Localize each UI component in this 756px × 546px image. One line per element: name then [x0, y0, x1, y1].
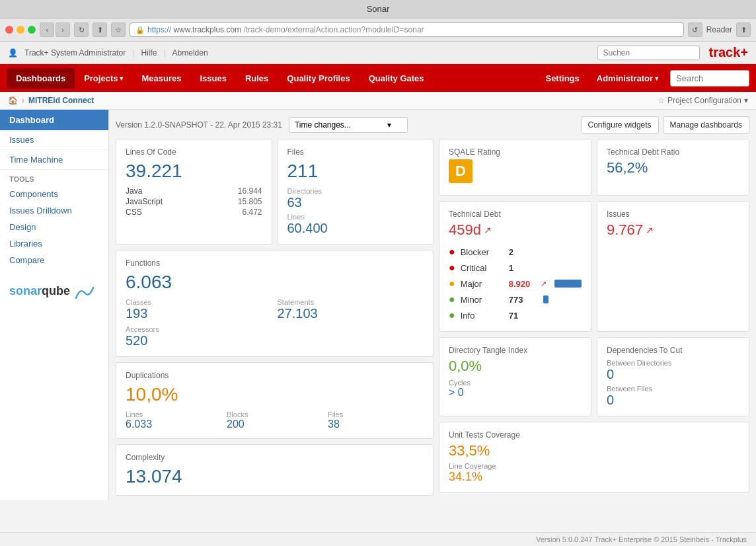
dup-lines-label: Lines	[126, 410, 221, 418]
main-content: Version 1.2.0-SNAPSHOT - 22. Apr 2015 23…	[109, 110, 756, 500]
forward-button[interactable]: ›	[56, 22, 70, 37]
complexity-label: Complexity	[126, 453, 424, 462]
dep-between-files: Between Files 0	[607, 385, 739, 408]
sidebar-dashboard[interactable]: Dashboard	[0, 110, 108, 130]
complexity-card: Complexity 13.074	[116, 444, 434, 496]
breadcrumb-home-icon[interactable]: 🏠	[8, 96, 18, 105]
sqale-grade[interactable]: D	[449, 159, 472, 183]
nav-quality-gates[interactable]: Quality Gates	[359, 68, 434, 89]
files-value[interactable]: 211	[287, 161, 424, 182]
classes-value[interactable]: 193	[126, 306, 272, 321]
nav-buttons: ‹ ›	[40, 22, 70, 37]
top-bar: 👤 Track+ System Administrator | Hilfe | …	[0, 42, 756, 64]
issues-value[interactable]: 9.767	[607, 221, 643, 239]
project-config-link[interactable]: ☆ Project Configuration ▾	[658, 96, 748, 105]
directories-value[interactable]: 63	[287, 195, 424, 210]
loc-value[interactable]: 39.221	[126, 161, 262, 182]
abmelden-link[interactable]: Abmelden	[172, 48, 208, 58]
tech-debt-ratio-label: Technical Debt Ratio	[607, 147, 739, 157]
share-button[interactable]: ⬆	[93, 22, 107, 37]
sidebar-design[interactable]: Design	[0, 219, 108, 235]
projects-dropdown-arrow: ▾	[120, 75, 123, 82]
address-bar[interactable]: 🔒 https:// www.trackplus.com /track-demo…	[130, 22, 684, 37]
sidebar-libraries[interactable]: Libraries	[0, 235, 108, 252]
nav-settings[interactable]: Settings	[540, 71, 584, 86]
bookmark-button[interactable]: ☆	[111, 22, 126, 37]
version-area: Version 1.2.0-SNAPSHOT - 22. Apr 2015 23…	[116, 117, 408, 133]
tangle-value[interactable]: 0,0%	[449, 358, 582, 375]
breadcrumb-project[interactable]: MITREid Connect	[28, 96, 94, 105]
dep-files-value[interactable]: 0	[607, 393, 739, 408]
critical-label: Critical	[461, 263, 504, 273]
back-button[interactable]: ‹	[40, 22, 54, 37]
dup-blocks-value[interactable]: 200	[227, 418, 322, 430]
sidebar-compare[interactable]: Compare	[0, 252, 108, 268]
suchen-input[interactable]	[597, 46, 700, 60]
statements-sub: Statements 27.103	[278, 298, 424, 321]
unit-tests-label: Unit Tests Coverage	[449, 430, 739, 440]
dup-lines-value[interactable]: 6.033	[126, 418, 221, 430]
statements-value[interactable]: 27.103	[278, 306, 424, 321]
sidebar-components[interactable]: Components	[0, 186, 108, 202]
lines-of-code-card: Lines Of Code 39.221 Java 16.944 JavaScr…	[116, 139, 272, 245]
share2-button[interactable]: ⬆	[736, 22, 751, 37]
sidebar-issues-drilldown[interactable]: Issues Drilldown	[0, 202, 108, 219]
nav-dashboards[interactable]: Dashboards	[7, 68, 75, 89]
nav-issues[interactable]: Issues	[190, 68, 235, 89]
unit-tests-value[interactable]: 33,5%	[449, 442, 739, 459]
info-count[interactable]: 71	[509, 311, 529, 321]
sidebar-item-time-machine[interactable]: Time Machine	[0, 150, 108, 170]
blocker-label: Blocker	[461, 247, 504, 257]
loc-label: Lines Of Code	[126, 147, 262, 157]
duplications-value[interactable]: 10,0%	[126, 384, 424, 405]
dep-dirs-value[interactable]: 0	[607, 367, 739, 382]
manage-dashboards-button[interactable]: Manage dashboards	[663, 116, 749, 134]
tangle-card: Directory Tangle Index 0,0% Cycles > 0	[439, 337, 591, 416]
nav-administrator[interactable]: Administrator ▾	[591, 71, 663, 86]
accessors-value[interactable]: 520	[126, 333, 424, 348]
nav-projects[interactable]: Projects ▾	[75, 68, 132, 89]
issues-label: Issues	[607, 210, 739, 219]
nav-right: Settings Administrator ▾	[540, 70, 749, 87]
dup-blocks-sub: Blocks 200	[227, 410, 322, 430]
nav-quality-profiles[interactable]: Quality Profiles	[278, 68, 359, 89]
cycles-value[interactable]: > 0	[449, 387, 582, 399]
major-bar	[554, 280, 582, 288]
tech-debt-value[interactable]: 459d	[449, 221, 481, 239]
maximize-button[interactable]	[28, 26, 36, 34]
dup-files-value[interactable]: 38	[328, 418, 424, 430]
sqale-grade-area: D	[449, 159, 582, 184]
critical-count[interactable]: 1	[509, 263, 529, 273]
lines-label: Lines	[287, 213, 424, 221]
tech-debt-ratio-value[interactable]: 56,2%	[607, 159, 739, 176]
nav-search-input[interactable]	[670, 70, 749, 87]
navbar: Dashboards Projects ▾ Measures Issues Ru…	[0, 64, 756, 92]
configure-widgets-button[interactable]: Configure widgets	[581, 116, 659, 134]
lines-value[interactable]: 60.400	[287, 221, 424, 236]
blocker-count[interactable]: 2	[509, 247, 529, 257]
major-count[interactable]: 8.920	[509, 279, 535, 289]
complexity-value[interactable]: 13.074	[126, 466, 424, 487]
tech-debt-ratio-card: Technical Debt Ratio 56,2%	[597, 139, 749, 196]
line-coverage-value[interactable]: 34.1%	[449, 470, 739, 484]
functions-value[interactable]: 6.063	[126, 272, 424, 293]
url-path: /track-demo/externalAction.action?module…	[243, 25, 424, 34]
minimize-button[interactable]	[17, 26, 24, 34]
minor-count[interactable]: 773	[509, 295, 535, 305]
close-button[interactable]	[5, 26, 13, 34]
right-panel: SQALE Rating D Technical Debt Ratio 56,2…	[439, 139, 749, 498]
js-row: JavaScript 15.805	[126, 196, 262, 207]
reader-button[interactable]: Reader	[706, 25, 732, 34]
sidebar-item-issues[interactable]: Issues	[0, 130, 108, 150]
nav-rules[interactable]: Rules	[236, 68, 278, 89]
time-dropdown[interactable]: Time changes... ▾	[289, 117, 408, 133]
line-coverage-label: Line Coverage	[449, 462, 739, 470]
sqale-card: SQALE Rating D	[439, 139, 591, 196]
nav-measures[interactable]: Measures	[132, 68, 190, 89]
user-info: 👤 Track+ System Administrator | Hilfe | …	[8, 48, 208, 58]
dup-blocks-label: Blocks	[227, 410, 322, 418]
refresh-button[interactable]: ↻	[74, 22, 89, 37]
window-controls	[5, 26, 36, 34]
hilfe-link[interactable]: Hilfe	[141, 48, 157, 58]
reload-button[interactable]: ↺	[688, 22, 702, 37]
